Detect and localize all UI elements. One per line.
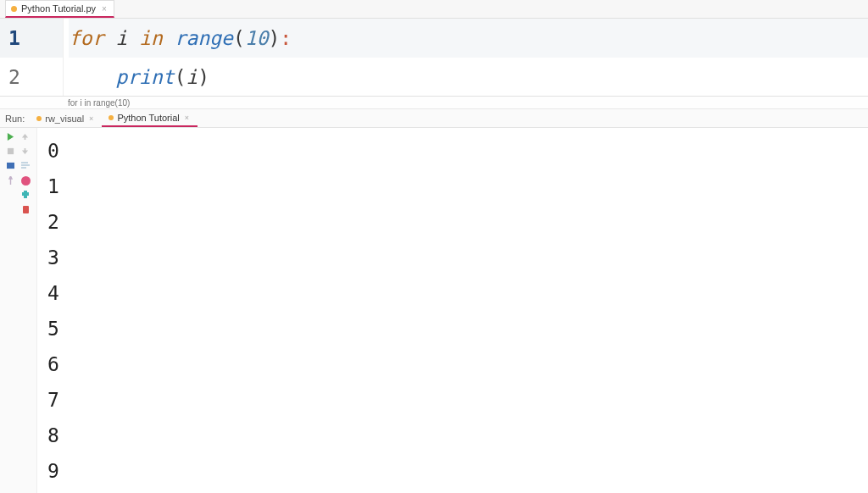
output-line: 0 [47, 133, 868, 169]
breadcrumb-text: for i in range(10) [68, 98, 130, 108]
svg-rect-4 [24, 196, 27, 198]
editor-tab[interactable]: Python Tutorial.py × [5, 0, 114, 18]
stop-icon[interactable] [7, 147, 16, 157]
wrap-icon[interactable] [21, 162, 31, 171]
arrow-up-icon[interactable] [21, 133, 31, 142]
editor-tab-label: Python Tutorial.py [21, 3, 96, 14]
close-icon[interactable]: × [183, 114, 191, 122]
output-line: 7 [47, 382, 868, 418]
trash-icon[interactable] [23, 206, 29, 213]
output-line: 4 [47, 275, 868, 311]
run-console-output[interactable]: 0 1 2 3 4 5 6 7 8 9 [37, 128, 868, 493]
line-number: 1 [0, 19, 63, 58]
arrow-down-icon[interactable] [21, 147, 31, 157]
editor-tab-bar: Python Tutorial.py × [0, 0, 868, 19]
run-tab-rw-visual[interactable]: rw_visual × [30, 109, 102, 127]
run-panel-header: Run: rw_visual × Python Tutorial × [0, 109, 868, 128]
python-file-icon [11, 6, 17, 12]
run-tab-label: rw_visual [45, 114, 84, 124]
print-icon[interactable] [21, 191, 31, 200]
layout-icon[interactable] [7, 162, 16, 171]
run-panel-body: 0 1 2 3 4 5 6 7 8 9 [0, 128, 868, 493]
output-line: 3 [47, 240, 868, 275]
record-icon[interactable] [21, 176, 31, 186]
pin-icon[interactable] [7, 176, 16, 186]
output-line: 8 [47, 418, 868, 453]
line-number: 2 [0, 58, 63, 97]
output-line: 6 [47, 346, 868, 382]
spacer-icon [8, 205, 18, 214]
run-tab-python-tutorial[interactable]: Python Tutorial × [102, 109, 198, 127]
svg-rect-1 [7, 163, 14, 169]
output-line: 5 [47, 311, 868, 346]
svg-rect-0 [7, 148, 13, 154]
svg-rect-2 [22, 192, 29, 196]
run-tab-label: Python Tutorial [117, 113, 179, 123]
code-line[interactable]: for i in range(10): [69, 19, 868, 58]
run-label: Run: [0, 114, 30, 124]
play-icon[interactable] [7, 133, 16, 142]
run-toolbar [0, 128, 37, 493]
close-icon[interactable]: × [100, 4, 108, 14]
output-line: 1 [47, 169, 868, 204]
breadcrumb[interactable]: for i in range(10) [0, 97, 868, 109]
code-editor[interactable]: 1 2 for i in range(10): print(i) [0, 19, 868, 97]
close-icon[interactable]: × [87, 114, 95, 123]
code-line[interactable]: print(i) [69, 58, 868, 97]
code-block[interactable]: for i in range(10): print(i) [64, 19, 868, 96]
spacer-icon [7, 191, 16, 200]
svg-rect-3 [24, 191, 27, 192]
python-file-icon [36, 116, 42, 121]
output-line: 2 [47, 204, 868, 240]
output-line: 9 [47, 453, 868, 489]
python-file-icon [108, 115, 114, 120]
line-gutter: 1 2 [0, 19, 64, 96]
